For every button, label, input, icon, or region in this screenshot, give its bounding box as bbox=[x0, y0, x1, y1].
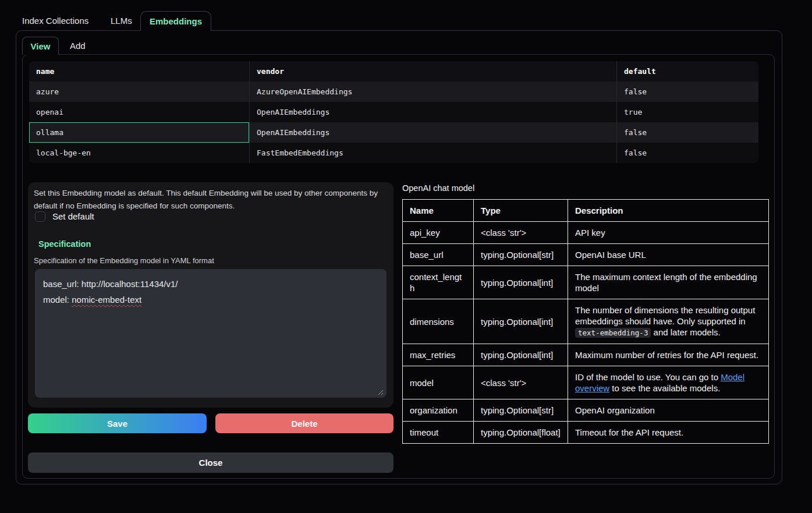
cell-ollama-default[interactable]: false bbox=[616, 122, 758, 143]
tab-view[interactable]: View bbox=[22, 37, 59, 55]
field-desc-context_length-text: The maximum context length of the embedd… bbox=[575, 272, 757, 293]
field-type-dimensions: typing.Optional[int] bbox=[474, 299, 568, 344]
cell-azure-vendor[interactable]: AzureOpenAIEmbeddings bbox=[249, 82, 616, 102]
field-desc-api_key: API key bbox=[568, 222, 769, 244]
field-type-timeout: typing.Optional[float] bbox=[474, 422, 568, 444]
set-default-checkbox[interactable] bbox=[35, 211, 45, 222]
set-default-description: Set this Embedding model as default. Thi… bbox=[34, 187, 388, 212]
tab-view-label: View bbox=[31, 41, 51, 51]
field-type-max_retries: typing.Optional[int] bbox=[474, 344, 568, 366]
field-name-api_key: api_key bbox=[403, 222, 474, 244]
embeddings-table-header: namevendordefault bbox=[29, 61, 758, 82]
delete-button[interactable]: Delete bbox=[215, 413, 393, 433]
field-row-base_url: base_urltyping.Optional[str]OpenAI base … bbox=[403, 244, 769, 266]
field-desc-dimensions: The number of dimensions the resulting o… bbox=[568, 299, 769, 344]
field-type-organization: typing.Optional[str] bbox=[474, 399, 568, 422]
yaml-line-2-text: model: bbox=[43, 295, 72, 305]
field-row-max_retries: max_retriestyping.Optional[int]Maximum n… bbox=[403, 344, 769, 366]
field-desc-base_url-text: OpenAI base URL bbox=[575, 250, 646, 260]
cell-openai-default[interactable]: true bbox=[616, 102, 758, 122]
tab-add[interactable]: Add bbox=[70, 41, 86, 51]
cell-local-bge-en-default[interactable]: false bbox=[616, 143, 758, 163]
cell-local-bge-en-name[interactable]: local-bge-en bbox=[29, 143, 249, 163]
field-desc-model-text: to see the available models. bbox=[609, 383, 720, 393]
save-button[interactable]: Save bbox=[28, 413, 207, 433]
embedding-row-openai[interactable]: openaiOpenAIEmbeddingstrue bbox=[29, 102, 758, 122]
model-fields-table: Name Type Description api_key<class 'str… bbox=[402, 199, 769, 444]
field-name-timeout: timeout bbox=[403, 422, 474, 444]
field-name-organization: organization bbox=[403, 399, 474, 422]
column-header-vendor: vendor bbox=[249, 61, 616, 82]
field-desc-dimensions-code: text-embedding-3 bbox=[575, 328, 651, 338]
column-header-type: Type bbox=[474, 200, 568, 222]
field-name-max_retries: max_retries bbox=[403, 344, 474, 366]
field-desc-context_length: The maximum context length of the embedd… bbox=[568, 266, 769, 299]
field-desc-timeout: Timeout for the API request. bbox=[568, 422, 769, 444]
field-type-context_length: typing.Optional[int] bbox=[474, 266, 568, 299]
close-button[interactable]: Close bbox=[28, 452, 393, 473]
field-row-organization: organizationtyping.Optional[str]OpenAI o… bbox=[403, 399, 769, 422]
yaml-line-1-text: base_url: http://localhost:11434/v1/ bbox=[43, 279, 178, 289]
yaml-line-1: base_url: http://localhost:11434/v1/ bbox=[43, 276, 378, 292]
details-title: OpenAI chat model bbox=[402, 183, 474, 193]
yaml-line-2-misspelled-word: nomic-embed-text bbox=[72, 295, 141, 305]
field-desc-api_key-text: API key bbox=[575, 228, 605, 238]
field-desc-base_url: OpenAI base URL bbox=[568, 244, 769, 266]
tab-index-collections[interactable]: Index Collections bbox=[22, 16, 88, 26]
specification-caption: Specification of the Embedding model in … bbox=[34, 256, 214, 265]
field-type-model: <class 'str'> bbox=[474, 366, 568, 399]
field-type-api_key: <class 'str'> bbox=[474, 222, 568, 244]
embeddings-table: namevendordefaultazureAzureOpenAIEmbeddi… bbox=[29, 61, 758, 163]
column-header-name: name bbox=[29, 61, 249, 82]
yaml-spec-textarea[interactable]: base_url: http://localhost:11434/v1/mode… bbox=[35, 269, 387, 398]
field-name-base_url: base_url bbox=[403, 244, 474, 266]
table-header-row: Name Type Description bbox=[403, 200, 769, 222]
field-desc-model-text: ID of the model to use. You can go to bbox=[575, 372, 721, 382]
tab-embeddings[interactable]: Embeddings bbox=[140, 11, 211, 31]
column-header-description: Description bbox=[568, 200, 769, 222]
cell-azure-default[interactable]: false bbox=[616, 82, 758, 102]
embedding-row-azure[interactable]: azureAzureOpenAIEmbeddingsfalse bbox=[29, 82, 758, 102]
cell-azure-name[interactable]: azure bbox=[29, 82, 249, 102]
field-type-base_url: typing.Optional[str] bbox=[474, 244, 568, 266]
yaml-line-2: model: nomic-embed-text bbox=[43, 292, 378, 307]
field-desc-organization-text: OpenAI organization bbox=[575, 405, 655, 415]
cell-local-bge-en-vendor[interactable]: FastEmbedEmbeddings bbox=[249, 143, 616, 163]
specification-heading: Specification bbox=[38, 239, 91, 249]
field-desc-dimensions-text: and later models. bbox=[651, 327, 720, 337]
field-row-api_key: api_key<class 'str'>API key bbox=[403, 222, 769, 244]
cell-ollama-vendor[interactable]: OpenAIEmbeddings bbox=[249, 122, 616, 143]
field-desc-max_retries-text: Maximum number of retries for the API re… bbox=[575, 350, 758, 360]
field-name-context_length: context_length bbox=[403, 266, 474, 299]
field-desc-max_retries: Maximum number of retries for the API re… bbox=[568, 344, 769, 366]
field-name-dimensions: dimensions bbox=[403, 299, 474, 344]
field-row-dimensions: dimensionstyping.Optional[int]The number… bbox=[403, 299, 769, 344]
tab-llms[interactable]: LLMs bbox=[111, 16, 132, 26]
column-header-default: default bbox=[616, 61, 758, 82]
field-desc-dimensions-text: The number of dimensions the resulting o… bbox=[575, 305, 755, 326]
embedding-detail-panel: Set this Embedding model as default. Thi… bbox=[28, 182, 393, 408]
embedding-row-ollama[interactable]: ollamaOpenAIEmbeddingsfalse bbox=[29, 122, 758, 143]
field-desc-organization: OpenAI organization bbox=[568, 399, 769, 422]
field-row-model: model<class 'str'>ID of the model to use… bbox=[403, 366, 769, 399]
resize-handle-icon[interactable] bbox=[377, 389, 384, 395]
field-row-context_length: context_lengthtyping.Optional[int]The ma… bbox=[403, 266, 769, 299]
cell-openai-name[interactable]: openai bbox=[29, 102, 249, 122]
field-row-timeout: timeouttyping.Optional[float]Timeout for… bbox=[403, 422, 769, 444]
cell-openai-vendor[interactable]: OpenAIEmbeddings bbox=[249, 102, 616, 122]
field-desc-timeout-text: Timeout for the API request. bbox=[575, 427, 683, 437]
tab-embeddings-label: Embeddings bbox=[150, 16, 202, 26]
set-default-label: Set default bbox=[52, 211, 94, 221]
cell-ollama-name[interactable]: ollama bbox=[29, 122, 249, 143]
embedding-row-local-bge-en[interactable]: local-bge-enFastEmbedEmbeddingsfalse bbox=[29, 143, 758, 163]
field-name-model: model bbox=[403, 366, 474, 399]
column-header-name: Name bbox=[403, 200, 474, 222]
field-desc-model: ID of the model to use. You can go to Mo… bbox=[568, 366, 769, 399]
